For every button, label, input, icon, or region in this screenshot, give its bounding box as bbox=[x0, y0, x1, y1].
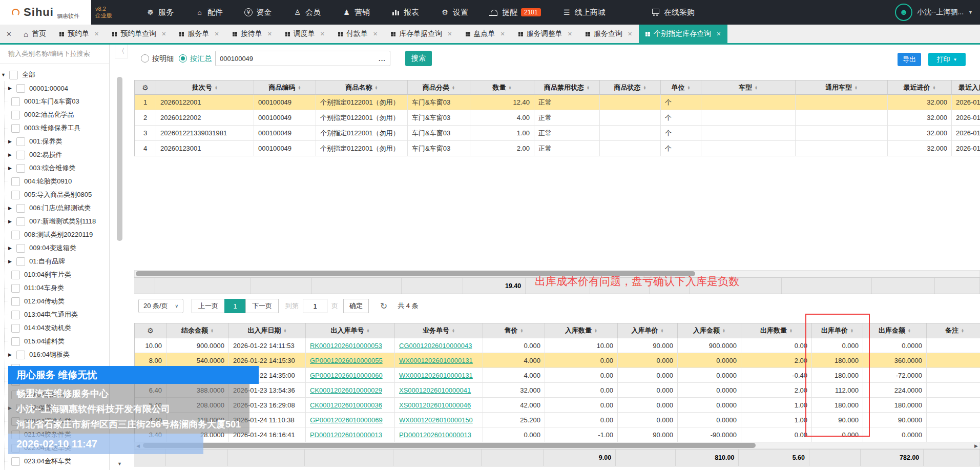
column-header[interactable]: 批次号▲▼ bbox=[156, 80, 254, 95]
column-header[interactable]: 结余金额▲▼ bbox=[166, 323, 229, 338]
column-header[interactable]: 入库数量▲▼ bbox=[545, 323, 618, 338]
document-link[interactable]: GP00012026010000055 bbox=[310, 357, 383, 364]
tab-付款单[interactable]: 付款单✕ bbox=[331, 25, 384, 43]
tab-服务调整单[interactable]: 服务调整单✕ bbox=[512, 25, 579, 43]
tree-checkbox[interactable] bbox=[11, 311, 20, 319]
tree-checkbox[interactable] bbox=[11, 324, 20, 333]
gear-icon[interactable]: ⚙ bbox=[147, 326, 154, 335]
close-icon[interactable]: ✕ bbox=[320, 31, 325, 37]
tree-checkbox[interactable] bbox=[11, 191, 20, 199]
tree-item-label[interactable]: 023:04金杯车类 bbox=[24, 457, 71, 466]
document-link[interactable]: CK00012026010000036 bbox=[310, 401, 382, 409]
tree-checkbox[interactable] bbox=[16, 217, 25, 226]
close-icon[interactable]: ✕ bbox=[501, 31, 505, 37]
tree-item-label[interactable]: 006:门店/总部测试类 bbox=[29, 203, 91, 213]
menu-item-service[interactable]: ☸服务 bbox=[146, 8, 174, 17]
tree-item[interactable]: 0001:车门&车窗03 bbox=[0, 95, 120, 108]
tree-item[interactable]: ▶009:04变速箱类 bbox=[0, 241, 117, 255]
document-link[interactable]: WX00012026010000131 bbox=[399, 357, 473, 364]
tree-item[interactable]: 005:导入商品类别0805 bbox=[0, 188, 120, 201]
tree-item-label[interactable]: 0002:油品化学品 bbox=[24, 110, 74, 119]
sort-icon[interactable]: ▲▼ bbox=[722, 329, 725, 333]
document-link[interactable]: CG00012026010000043 bbox=[399, 342, 472, 350]
menu-item-menu[interactable]: ☰线上商城 bbox=[562, 8, 606, 17]
current-page-button[interactable]: 1 bbox=[224, 299, 246, 313]
goto-page-input[interactable] bbox=[303, 299, 327, 313]
column-header[interactable]: 商品分类▲▼ bbox=[408, 80, 470, 95]
column-header[interactable]: 出入库单号▲▼ bbox=[306, 323, 395, 338]
document-link[interactable]: PD00012026010000013 bbox=[399, 431, 471, 439]
refresh-icon[interactable]: ↻ bbox=[380, 301, 387, 312]
tree-item-label[interactable]: 016:04钢板类 bbox=[29, 350, 70, 359]
menu-item-cart[interactable]: 在线采购 bbox=[652, 8, 695, 17]
tree-item-label[interactable]: 014:04发动机类 bbox=[24, 323, 71, 333]
document-link[interactable]: XS00012026010000041 bbox=[399, 386, 471, 394]
tree-checkbox[interactable] bbox=[11, 297, 20, 306]
gear-icon[interactable]: ⚙ bbox=[142, 84, 149, 92]
menu-item-report[interactable]: 报表 bbox=[391, 8, 419, 17]
column-header[interactable]: 单位▲▼ bbox=[661, 80, 701, 95]
document-link[interactable]: WX00012026010000131 bbox=[399, 372, 473, 379]
radio-by-summary-label[interactable]: 按汇总 bbox=[190, 54, 212, 64]
tree-item[interactable]: ▶003:综合维修类 bbox=[0, 161, 117, 175]
expand-arrow-icon[interactable]: ▶ bbox=[8, 86, 13, 91]
tree-item-label[interactable]: 001:保养类 bbox=[29, 137, 62, 146]
sort-icon[interactable]: ▲▼ bbox=[452, 329, 455, 333]
confirm-page-button[interactable]: 确定 bbox=[343, 299, 369, 313]
tree-item[interactable]: ▶00001:00004 bbox=[0, 81, 117, 95]
radio-by-detail-label[interactable]: 按明细 bbox=[152, 54, 174, 64]
tab-库存单据查询[interactable]: 库存单据查询✕ bbox=[384, 25, 458, 43]
tree-checkbox[interactable] bbox=[16, 351, 25, 359]
tab-服务单[interactable]: 服务单✕ bbox=[173, 25, 225, 43]
column-header[interactable]: 出库金额▲▼ bbox=[863, 323, 927, 338]
tree-checkbox[interactable] bbox=[16, 244, 25, 253]
prev-page-button[interactable]: 上一页 bbox=[192, 299, 225, 313]
document-link[interactable]: WX00012026010000150 bbox=[399, 416, 473, 424]
sort-icon[interactable]: ▲▼ bbox=[643, 86, 647, 90]
tab-盘点单[interactable]: 盘点单✕ bbox=[459, 25, 512, 43]
column-header[interactable]: 业务单号▲▼ bbox=[395, 323, 483, 338]
sort-icon[interactable]: ▲▼ bbox=[755, 86, 758, 90]
expand-arrow-icon[interactable]: ▶ bbox=[8, 259, 13, 264]
document-link[interactable]: PD00012026010000013 bbox=[310, 431, 382, 439]
category-search-input[interactable]: 输入类别名称/编码下拉搜索 bbox=[0, 45, 109, 64]
more-options-button[interactable]: ... bbox=[374, 55, 390, 63]
tree-checkbox[interactable] bbox=[16, 204, 25, 213]
sort-icon[interactable]: ▲▼ bbox=[587, 86, 590, 90]
next-page-button[interactable]: 下一页 bbox=[245, 299, 279, 313]
tree-checkbox[interactable] bbox=[11, 124, 20, 133]
tree-checkbox[interactable] bbox=[11, 231, 20, 239]
tab-调度单[interactable]: 调度单✕ bbox=[279, 25, 331, 43]
column-header[interactable]: 商品名称▲▼ bbox=[316, 80, 408, 95]
close-icon[interactable]: ✕ bbox=[373, 31, 378, 37]
sort-icon[interactable]: ▲▼ bbox=[933, 86, 936, 90]
sort-icon[interactable]: ▲▼ bbox=[854, 86, 858, 90]
expand-arrow-icon[interactable]: ▶ bbox=[8, 219, 13, 224]
tree-item[interactable]: 015:04辅料类 bbox=[0, 335, 120, 348]
tree-item-label[interactable]: 013:04电气通用类 bbox=[24, 310, 78, 319]
tree-checkbox[interactable] bbox=[16, 164, 25, 173]
expand-arrow-icon[interactable]: ▶ bbox=[8, 246, 13, 251]
tree-item-label[interactable]: 010:04刹车片类 bbox=[24, 270, 71, 279]
sidebar-scrollbar[interactable] bbox=[117, 77, 122, 241]
document-link[interactable]: GP00012026010000069 bbox=[310, 416, 383, 424]
table-row[interactable]: 3202601221339031981000100049个别指定0122001（… bbox=[135, 126, 980, 141]
table-row[interactable]: 420260123001000100049个别指定0122001（勿用）车门&车… bbox=[135, 141, 980, 156]
radio-by-detail[interactable] bbox=[141, 54, 149, 63]
tree-item[interactable]: 004:轮胎类0910 bbox=[0, 175, 120, 188]
tree-item[interactable]: 014:04发动机类 bbox=[0, 321, 120, 335]
close-icon[interactable]: ✕ bbox=[716, 31, 721, 37]
tree-item[interactable]: 010:04刹车片类 bbox=[0, 268, 120, 281]
column-header[interactable]: 数量▲▼ bbox=[470, 80, 534, 95]
tree-item-label[interactable]: 01:自有品牌 bbox=[29, 257, 65, 266]
tree-item[interactable]: 012:04传动类 bbox=[0, 295, 120, 308]
sidebar-collapse-button[interactable]: 〈 bbox=[115, 45, 128, 58]
column-header[interactable]: 商品状态▲▼ bbox=[600, 80, 661, 95]
column-header[interactable]: 通用车型▲▼ bbox=[796, 80, 888, 95]
tree-item[interactable]: ▶01:自有品牌 bbox=[0, 255, 117, 268]
tree-checkbox[interactable] bbox=[11, 457, 20, 466]
sort-icon[interactable]: ▲▼ bbox=[789, 329, 793, 333]
tree-checkbox[interactable] bbox=[11, 271, 20, 279]
expand-arrow-icon[interactable]: ▶ bbox=[8, 152, 13, 157]
tree-checkbox[interactable] bbox=[11, 177, 20, 186]
